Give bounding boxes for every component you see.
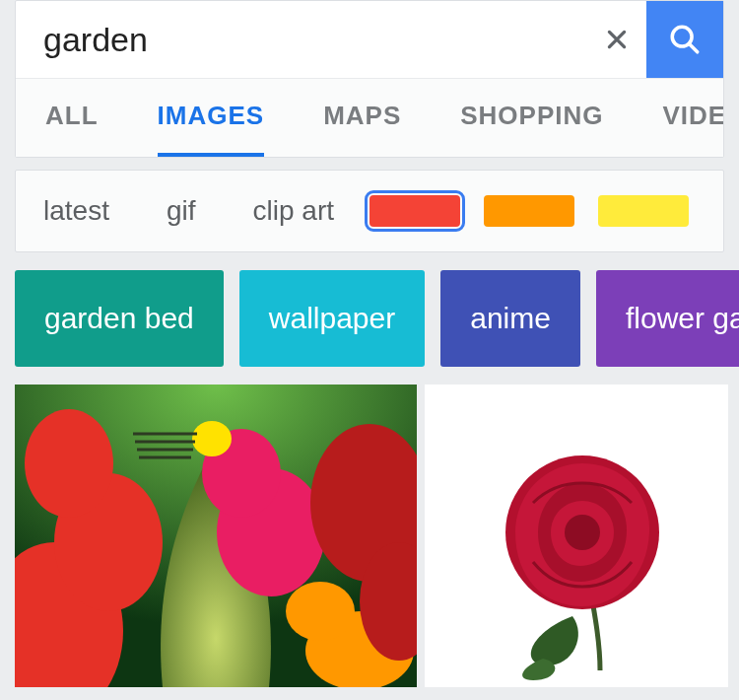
tabs: ALL IMAGES MAPS SHOPPING VIDEOS <box>16 78 723 157</box>
thumbnail-image <box>425 385 728 687</box>
svg-line-1 <box>689 43 698 52</box>
tab-all[interactable]: ALL <box>45 79 99 157</box>
chip-flower-garden[interactable]: flower garden <box>596 270 739 367</box>
result-thumbnail[interactable] <box>15 385 417 687</box>
filter-bar: latest gif clip art <box>15 170 724 252</box>
chip-garden-bed[interactable]: garden bed <box>15 270 224 367</box>
clear-button[interactable] <box>587 1 646 78</box>
thumbnail-image <box>15 385 417 687</box>
top-card: ALL IMAGES MAPS SHOPPING VIDEOS <box>15 0 724 158</box>
color-swatch-orange[interactable] <box>484 195 574 227</box>
chip-wallpaper[interactable]: wallpaper <box>239 270 425 367</box>
chip-anime[interactable]: anime <box>440 270 580 367</box>
filter-clip-art[interactable]: clip art <box>253 195 334 227</box>
tab-maps[interactable]: MAPS <box>323 79 401 157</box>
close-icon <box>604 27 630 52</box>
search-bar <box>16 1 723 78</box>
filter-latest[interactable]: latest <box>43 195 109 227</box>
search-input[interactable] <box>16 1 587 78</box>
svg-point-19 <box>565 515 600 550</box>
color-swatch-red[interactable] <box>370 195 460 227</box>
tab-videos[interactable]: VIDEOS <box>663 79 724 157</box>
search-button[interactable] <box>646 1 723 78</box>
suggestion-chips: garden bed wallpaper anime flower garden <box>0 270 739 385</box>
filter-gif[interactable]: gif <box>167 195 196 227</box>
result-thumbnail[interactable] <box>425 385 728 687</box>
svg-point-5 <box>25 409 113 518</box>
svg-point-12 <box>192 421 232 456</box>
tab-images[interactable]: IMAGES <box>158 79 265 157</box>
color-swatch-yellow[interactable] <box>598 195 689 227</box>
search-icon <box>668 23 702 56</box>
svg-point-9 <box>286 582 355 641</box>
image-results <box>0 385 739 687</box>
tab-shopping[interactable]: SHOPPING <box>460 79 603 157</box>
